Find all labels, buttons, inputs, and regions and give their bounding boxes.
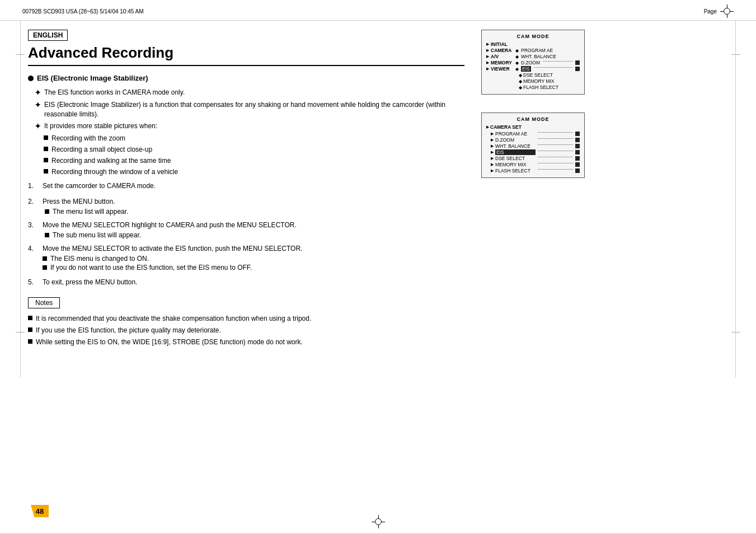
left-margin-line (20, 21, 21, 377)
top-bar: 00792B SCD903 USA (28~63) 5/14/04 10:45 … (0, 0, 756, 20)
step-sub-3: The sub menu list will appear. (43, 231, 464, 239)
cam-arrow: ▶ (491, 138, 494, 142)
cam-row: ▶ D.ZOOM (486, 137, 580, 143)
cam-arrow: ▶ (486, 42, 489, 46)
cam-diamond: ◆ (515, 67, 519, 72)
cam-row: ▶ FLASH SELECT (486, 168, 580, 174)
notes-box: Notes (28, 297, 60, 308)
list-item-text: The EIS menu is changed to ON. (50, 255, 149, 263)
main-content: ENGLISH Advanced Recording EIS (Electron… (28, 30, 464, 349)
cam-mode-title-1: CAM MODE (486, 34, 580, 39)
cam-diamond: ◆ (515, 60, 519, 65)
cam-sub: PROGRAM AE (521, 48, 553, 53)
step-2: 2. Press the MENU button. The menu list … (28, 198, 464, 216)
step-title-5: To exit, press the MENU button. (43, 278, 464, 286)
page-num-area: 48 (31, 505, 49, 517)
cam-diamond: ◆ (515, 54, 519, 59)
cross-item-2: ✦ EIS (Electronic Image Stabilizer) is a… (28, 100, 464, 119)
step-sub-list-4: The EIS menu is changed to ON. If you do… (43, 255, 464, 271)
cam-sub-row: ◆ MEMORY MIX (486, 78, 580, 84)
sq-bullet-icon (44, 147, 48, 151)
cam-set-label: CAMERA SET (490, 124, 522, 130)
page-num-text: 48 (36, 507, 44, 516)
step-num-3: 3. (28, 221, 38, 229)
cam-block (575, 144, 580, 148)
cam-label: FLASH SELECT (495, 168, 536, 174)
cam-mode-title-2: CAM MODE (486, 116, 580, 122)
cam-label: VIEWER (491, 66, 513, 72)
list-item: Recording with the zoom (44, 134, 464, 143)
note-list: It is recommended that you deactivate th… (28, 314, 464, 346)
top-crosshair-icon (720, 4, 734, 18)
cam-dots (538, 151, 573, 151)
sq-bullet-icon (44, 169, 48, 174)
step-3: 3. Move the MENU SELECTOR highlight to C… (28, 221, 464, 239)
cam-sub: D.ZOOM (521, 60, 540, 65)
step-title-1: Set the camcorder to CAMERA mode. (43, 182, 464, 190)
cam-row: ▶ EIS (486, 149, 580, 155)
cam-diamond-sub: ◆ (519, 85, 522, 90)
list-item: Recording a small object close-up (44, 145, 464, 154)
cam-row: ▶ CAMERA ◆ PROGRAM AE (486, 48, 580, 53)
cam-row: ▶ PROGRAM AE (486, 131, 580, 137)
step-4: 4. Move the MENU SELECTOR to activate th… (28, 245, 464, 273)
cam-mode-box-2: CAM MODE ▶ CAMERA SET ▶ PROGRAM AE ▶ D.Z… (481, 113, 585, 178)
list-item: If you do not want to use the EIS functi… (43, 264, 464, 271)
page-num-badge: 48 (31, 505, 49, 517)
page-ref-text: Page (704, 8, 717, 15)
step-content-2: Press the MENU button. The menu list wil… (43, 198, 464, 216)
list-item: It is recommended that you deactivate th… (28, 314, 464, 324)
cam-arrow: ▶ (486, 60, 489, 65)
cam-dots (538, 138, 573, 139)
cam-label: MEMORY (491, 60, 513, 65)
content-wrapper: ENGLISH Advanced Recording EIS (Electron… (0, 21, 756, 377)
cam-arrow: ▶ (491, 162, 494, 167)
sq-bullet-icon (44, 135, 48, 140)
step-num-4: 4. (28, 245, 38, 252)
list-item: The EIS menu is changed to ON. (43, 255, 464, 263)
cam-arrow: ▶ (486, 67, 489, 71)
sq-bullet-icon (44, 158, 48, 162)
cam-label: CAMERA (491, 48, 513, 53)
cam-label-highlight: EIS (495, 149, 536, 155)
step-5: 5. To exit, press the MENU button. (28, 278, 464, 288)
cam-label: DSE SELECT (495, 156, 536, 161)
list-item-text: While setting the EIS to ON, the WIDE [1… (36, 338, 303, 347)
left-tick-bottom (16, 332, 25, 332)
cross-item-3: ✦ It provides more stable pictures when: (28, 121, 464, 131)
stable-list: Recording with the zoom Recording a smal… (28, 134, 464, 176)
cam-sub-row: ◆ FLASH SELECT (486, 85, 580, 90)
section-heading: EIS (Electronic Image Stabilizer) (28, 74, 464, 82)
cam-sub: WHT. BALANCE (521, 54, 556, 59)
cam-dots (538, 157, 573, 157)
bullet-icon (28, 76, 34, 81)
cam-block (575, 67, 580, 71)
cam-block (575, 150, 580, 154)
cam-sub-highlight: EIS (521, 66, 531, 72)
header-info: 00792B SCD903 USA (28~63) 5/14/04 10:45 … (22, 8, 144, 15)
cam-arrow: ▶ (486, 54, 489, 59)
sq-bullet-icon (45, 233, 49, 237)
cross-symbol-1: ✦ (35, 88, 41, 97)
right-margin-line (735, 21, 736, 377)
section-heading-text: EIS (Electronic Image Stabilizer) (37, 74, 148, 82)
step-num-2: 2. (28, 198, 38, 205)
cam-dots (543, 61, 572, 62)
cam-row: ▶ WHT. BALANCE (486, 143, 580, 149)
list-item-text: If you use the EIS function, the picture… (36, 326, 221, 335)
cam-sub-text: FLASH SELECT (523, 85, 558, 90)
sq-bullet-icon (43, 265, 47, 270)
cam-sub-text: DSE SELECT (523, 72, 553, 78)
step-content-1: Set the camcorder to CAMERA mode. (43, 182, 464, 192)
page-ref-area: Page (704, 4, 734, 18)
cam-set-row: ▶ CAMERA SET (486, 124, 580, 130)
cross-symbol-2: ✦ (35, 101, 41, 109)
bottom-crosshair (372, 515, 385, 528)
cross-item-1: ✦ The EIS function works in CAMERA mode … (28, 88, 464, 97)
cam-dots (538, 132, 573, 133)
list-item: If you use the EIS function, the picture… (28, 326, 464, 335)
cam-label: PROGRAM AE (495, 131, 536, 137)
cam-sub-row: ◆ DSE SELECT (486, 72, 580, 78)
step-content-4: Move the MENU SELECTOR to activate the E… (43, 245, 464, 273)
cam-arrow: ▶ (491, 132, 494, 136)
